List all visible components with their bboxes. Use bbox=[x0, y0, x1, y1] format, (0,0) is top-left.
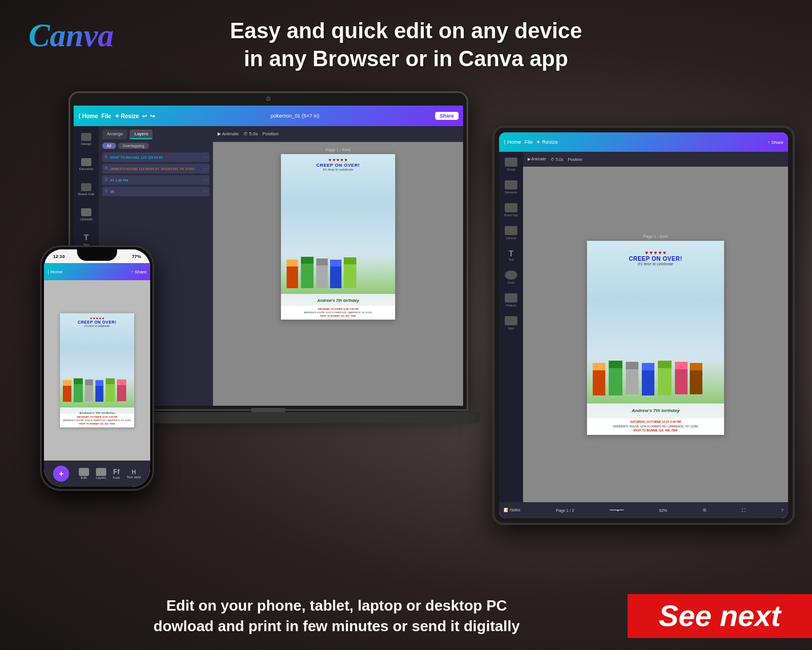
topbar-resize[interactable]: ✦ Resize bbox=[115, 113, 139, 119]
brand-icon bbox=[81, 183, 91, 191]
bottom-text-area: Edit on your phone, tablet, laptop or de… bbox=[0, 595, 628, 637]
svg-rect-33 bbox=[675, 362, 688, 369]
phone-share-btn[interactable]: ↑ Share bbox=[131, 269, 147, 274]
phone-device: 12:10 77% ⟨ Home ↑ Share ♥ ♥ ♥ ♥ ♥ CREEP… bbox=[40, 245, 154, 491]
svg-rect-28 bbox=[642, 369, 654, 395]
svg-rect-32 bbox=[675, 368, 688, 394]
mc-birthday: Andrew's 7th birthday bbox=[281, 298, 395, 302]
sidebar-design[interactable]: Design bbox=[78, 131, 95, 148]
svg-rect-20 bbox=[117, 384, 126, 401]
phone-edit-icon bbox=[79, 468, 89, 476]
sidebar-brand[interactable]: Brand Hub bbox=[78, 181, 95, 198]
mc-subtitle-phone: it's time to celebrate bbox=[62, 324, 132, 328]
layer-item-time[interactable]: ⠿ AT 1:30 PM ··· bbox=[102, 175, 210, 185]
design-icon bbox=[81, 133, 91, 141]
tablet-draw-icon[interactable]: Draw bbox=[505, 271, 517, 284]
sidebar-uploads[interactable]: Uploads bbox=[78, 206, 95, 223]
svg-rect-17 bbox=[95, 380, 103, 386]
canvas-area-laptop: Page 1 - front ♥ ♥ ♥ ♥ ♥ CREEP ON OVER! … bbox=[213, 142, 463, 406]
topbar-title: pokemon_01 (5×7 in) bbox=[158, 113, 432, 119]
svg-rect-1 bbox=[287, 260, 298, 267]
svg-rect-34 bbox=[690, 369, 702, 394]
svg-rect-27 bbox=[626, 362, 638, 369]
mc-characters-svg bbox=[281, 254, 395, 294]
tablet-brand-icon[interactable]: Brand Hub bbox=[504, 203, 518, 217]
tablet-projects-icon[interactable]: Projects bbox=[505, 293, 517, 307]
mc-card-phone: ♥ ♥ ♥ ♥ ♥ CREEP ON OVER! it's time to ce… bbox=[60, 313, 134, 427]
mc-subtitle: it's time to celebrate bbox=[283, 168, 393, 171]
topbar-redo[interactable]: ↪ bbox=[150, 113, 155, 119]
svg-rect-11 bbox=[63, 380, 71, 386]
tablet-topbar: ⟨ Home File ✦ Resize ↑ Share bbox=[499, 132, 788, 152]
mc-card-tablet: ♥ ♥ ♥ ♥ ♥ CREEP ON OVER! it's time to ce… bbox=[587, 241, 724, 435]
phone-add-btn[interactable]: + bbox=[53, 466, 69, 482]
tablet-resize[interactable]: ✦ Resize bbox=[536, 139, 558, 145]
svg-rect-25 bbox=[609, 361, 622, 368]
tablet-file[interactable]: File bbox=[525, 139, 533, 145]
svg-rect-16 bbox=[95, 385, 103, 402]
mc-title-tablet: CREEP ON OVER! bbox=[589, 256, 722, 262]
canva-editor-tablet: ⟨ Home File ✦ Resize ↑ Share Design bbox=[499, 132, 788, 518]
tablet-animate-btn[interactable]: ▶ Animate bbox=[528, 157, 546, 162]
position-btn[interactable]: Position bbox=[262, 131, 278, 136]
tablet-duration-btn[interactable]: ⏱ 5.0s bbox=[550, 158, 563, 162]
sidebar-elements[interactable]: Elements bbox=[78, 156, 95, 173]
tablet-device: ⟨ Home File ✦ Resize ↑ Share Design bbox=[492, 126, 795, 525]
mc-top-phone: ♥ ♥ ♥ ♥ ♥ CREEP ON OVER! it's time to ce… bbox=[60, 313, 134, 329]
svg-rect-31 bbox=[658, 361, 672, 368]
svg-rect-22 bbox=[593, 369, 605, 395]
mc-details: SATURDAY, OCTOBER 14 AT 2:00 PM ANDREW'S… bbox=[281, 306, 395, 320]
tablet-text-icon[interactable]: T Text bbox=[508, 249, 513, 261]
tablet-share-btn[interactable]: ↑ Share bbox=[767, 140, 783, 145]
mc-hearts-tablet: ♥ ♥ ♥ ♥ ♥ bbox=[589, 250, 722, 256]
tablet-notes-btn[interactable]: 📝 Notes bbox=[504, 508, 520, 512]
bottom-line2: dowload and print in few minutes or send… bbox=[46, 616, 628, 636]
devices-area: ⟨ Home File ✦ Resize ↩ ↪ pokemon_01 (5×7… bbox=[0, 91, 812, 582]
tablet-position-btn[interactable]: Position bbox=[568, 158, 582, 162]
canvas-toolbar-laptop: ▶ Animate ⏱ 5.0s Position bbox=[213, 126, 463, 142]
duration-btn[interactable]: ⏱ 5.0s bbox=[243, 131, 258, 136]
topbar-share-btn[interactable]: Share bbox=[435, 112, 459, 120]
phone-canvas-area: ♥ ♥ ♥ ♥ ♥ CREEP ON OVER! it's time to ce… bbox=[44, 280, 150, 461]
phone-home-icon[interactable]: ⟨ Home bbox=[47, 269, 63, 274]
mc-card-laptop: ♥ ♥ ♥ ♥ ♥ CREEP ON OVER! it's time to ce… bbox=[281, 154, 395, 320]
tablet-uploads-icon[interactable]: Uploads bbox=[505, 226, 517, 240]
bottom-section: Edit on your phone, tablet, laptop or de… bbox=[0, 582, 812, 650]
phone-layers-label: Layers bbox=[96, 476, 106, 479]
tablet-elements-icon[interactable]: Elements bbox=[505, 180, 517, 194]
tablet-fullscreen-icon[interactable]: ⛶ bbox=[742, 508, 746, 512]
mc-title: CREEP ON OVER! bbox=[283, 163, 393, 168]
all-filter-btn[interactable]: All bbox=[102, 143, 116, 149]
phone-edit-label: Edit bbox=[79, 476, 89, 479]
svg-rect-0 bbox=[287, 265, 298, 288]
tablet-help-icon[interactable]: ? bbox=[781, 508, 783, 512]
svg-rect-7 bbox=[330, 260, 341, 267]
text-icon: T bbox=[84, 233, 89, 242]
overlapping-filter-btn[interactable]: Overlapping bbox=[118, 143, 149, 149]
tablet-apps-icon[interactable]: Apps bbox=[505, 316, 517, 330]
layers-tab[interactable]: Layers bbox=[130, 130, 152, 139]
see-next-button[interactable]: See next bbox=[628, 594, 812, 638]
phone-bottombar: + Edit Layers Ff Font bbox=[44, 461, 150, 487]
topbar-undo[interactable]: ↩ bbox=[142, 113, 147, 119]
arrange-tab[interactable]: Arrange bbox=[102, 130, 127, 139]
tablet-design-icon[interactable]: Design bbox=[505, 158, 517, 171]
elements-icon bbox=[81, 158, 91, 166]
uploads-icon bbox=[81, 208, 91, 216]
layer-item-address[interactable]: ⠿ JAMES'S HOUSE 123 MAIN ST. HOUSTON, TX… bbox=[102, 164, 210, 173]
design-label: Design bbox=[81, 142, 92, 146]
tablet-home[interactable]: ⟨ Home bbox=[504, 139, 521, 145]
svg-rect-24 bbox=[609, 367, 622, 395]
svg-rect-15 bbox=[85, 379, 93, 385]
svg-rect-4 bbox=[316, 264, 328, 288]
animate-btn[interactable]: ▶ Animate bbox=[218, 131, 239, 136]
layer-text-rsvp: RSVP TO RACHEL 123 123 44 55 bbox=[110, 156, 201, 159]
tablet-page: ♥ ♥ ♥ ♥ ♥ CREEP ON OVER! it's time to ce… bbox=[587, 241, 724, 435]
layer-item-num[interactable]: ⠿ 25 ··· bbox=[102, 187, 210, 196]
mc-chars bbox=[281, 254, 395, 294]
layer-item-rsvp[interactable]: ⠿ RSVP TO RACHEL 123 123 44 55 ··· bbox=[102, 152, 210, 162]
panel-tabs: Arrange Layers bbox=[102, 130, 210, 139]
tablet-grid-icon[interactable]: ⊞ bbox=[703, 508, 706, 512]
tablet-main: Design Elements Brand Hub bbox=[499, 152, 788, 502]
svg-rect-3 bbox=[301, 257, 313, 264]
